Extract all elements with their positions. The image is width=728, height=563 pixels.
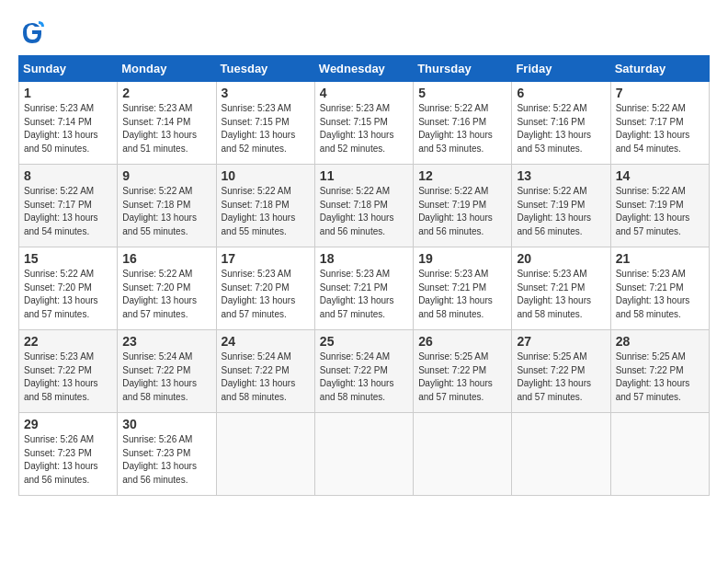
day-number: 18 <box>320 251 408 266</box>
calendar-header: SundayMondayTuesdayWednesdayThursdayFrid… <box>19 56 710 82</box>
calendar-cell: 16Sunrise: 5:22 AM Sunset: 7:20 PM Dayli… <box>118 247 216 330</box>
calendar-cell: 2Sunrise: 5:23 AM Sunset: 7:14 PM Daylig… <box>118 82 216 165</box>
day-number: 16 <box>122 251 210 266</box>
day-number: 25 <box>320 334 408 349</box>
day-info: Sunrise: 5:22 AM Sunset: 7:19 PM Dayligh… <box>418 185 506 238</box>
weekday-header: Saturday <box>610 56 709 82</box>
calendar-cell: 15Sunrise: 5:22 AM Sunset: 7:20 PM Dayli… <box>19 247 118 330</box>
calendar-cell: 1Sunrise: 5:23 AM Sunset: 7:14 PM Daylig… <box>19 82 118 165</box>
day-number: 6 <box>517 86 605 100</box>
calendar-cell: 13Sunrise: 5:22 AM Sunset: 7:19 PM Dayli… <box>512 165 610 247</box>
day-number: 1 <box>24 86 112 100</box>
calendar-cell: 11Sunrise: 5:22 AM Sunset: 7:18 PM Dayli… <box>314 165 413 247</box>
day-info: Sunrise: 5:22 AM Sunset: 7:20 PM Dayligh… <box>24 268 112 321</box>
day-number: 21 <box>616 251 704 266</box>
weekday-row: SundayMondayTuesdayWednesdayThursdayFrid… <box>19 56 710 82</box>
day-number: 27 <box>517 334 605 349</box>
day-info: Sunrise: 5:22 AM Sunset: 7:18 PM Dayligh… <box>122 185 210 238</box>
day-info: Sunrise: 5:25 AM Sunset: 7:22 PM Dayligh… <box>418 350 506 404</box>
day-info: Sunrise: 5:23 AM Sunset: 7:21 PM Dayligh… <box>418 268 506 321</box>
day-number: 29 <box>24 417 112 431</box>
day-info: Sunrise: 5:22 AM Sunset: 7:19 PM Dayligh… <box>616 185 704 238</box>
day-info: Sunrise: 5:24 AM Sunset: 7:22 PM Dayligh… <box>222 350 310 404</box>
day-number: 13 <box>517 168 605 183</box>
day-number: 30 <box>122 417 210 431</box>
day-number: 10 <box>222 168 310 183</box>
calendar-cell <box>216 413 314 496</box>
calendar-cell: 4Sunrise: 5:23 AM Sunset: 7:15 PM Daylig… <box>314 82 413 165</box>
calendar-cell: 3Sunrise: 5:23 AM Sunset: 7:15 PM Daylig… <box>216 82 314 165</box>
calendar-cell: 10Sunrise: 5:22 AM Sunset: 7:18 PM Dayli… <box>216 165 314 247</box>
day-info: Sunrise: 5:22 AM Sunset: 7:18 PM Dayligh… <box>222 185 310 238</box>
day-number: 20 <box>517 251 605 266</box>
day-info: Sunrise: 5:23 AM Sunset: 7:15 PM Dayligh… <box>320 102 408 155</box>
calendar-cell: 12Sunrise: 5:22 AM Sunset: 7:19 PM Dayli… <box>414 165 512 247</box>
calendar-cell: 24Sunrise: 5:24 AM Sunset: 7:22 PM Dayli… <box>216 330 314 413</box>
calendar-cell: 21Sunrise: 5:23 AM Sunset: 7:21 PM Dayli… <box>610 247 709 330</box>
day-info: Sunrise: 5:23 AM Sunset: 7:21 PM Dayligh… <box>517 268 605 321</box>
calendar-cell: 25Sunrise: 5:24 AM Sunset: 7:22 PM Dayli… <box>314 330 413 413</box>
calendar-cell <box>610 413 709 496</box>
calendar-cell: 17Sunrise: 5:23 AM Sunset: 7:20 PM Dayli… <box>216 247 314 330</box>
calendar-table: SundayMondayTuesdayWednesdayThursdayFrid… <box>18 55 710 496</box>
day-number: 2 <box>122 86 210 100</box>
day-number: 22 <box>24 334 112 349</box>
day-info: Sunrise: 5:23 AM Sunset: 7:14 PM Dayligh… <box>122 102 210 155</box>
page-header <box>18 18 710 46</box>
day-info: Sunrise: 5:26 AM Sunset: 7:23 PM Dayligh… <box>24 433 112 487</box>
calendar-row: 29Sunrise: 5:26 AM Sunset: 7:23 PM Dayli… <box>19 413 710 496</box>
calendar-row: 22Sunrise: 5:23 AM Sunset: 7:22 PM Dayli… <box>19 330 710 413</box>
day-info: Sunrise: 5:25 AM Sunset: 7:22 PM Dayligh… <box>517 350 605 404</box>
calendar-cell: 19Sunrise: 5:23 AM Sunset: 7:21 PM Dayli… <box>414 247 512 330</box>
day-number: 17 <box>222 251 310 266</box>
calendar-cell: 22Sunrise: 5:23 AM Sunset: 7:22 PM Dayli… <box>19 330 118 413</box>
day-info: Sunrise: 5:23 AM Sunset: 7:21 PM Dayligh… <box>616 268 704 321</box>
day-number: 4 <box>320 86 408 100</box>
day-info: Sunrise: 5:23 AM Sunset: 7:22 PM Dayligh… <box>24 350 112 404</box>
calendar-row: 8Sunrise: 5:22 AM Sunset: 7:17 PM Daylig… <box>19 165 710 247</box>
weekday-header: Monday <box>118 56 216 82</box>
day-info: Sunrise: 5:23 AM Sunset: 7:15 PM Dayligh… <box>222 102 310 155</box>
calendar-row: 1Sunrise: 5:23 AM Sunset: 7:14 PM Daylig… <box>19 82 710 165</box>
weekday-header: Friday <box>512 56 610 82</box>
day-number: 8 <box>24 168 112 183</box>
calendar-cell: 30Sunrise: 5:26 AM Sunset: 7:23 PM Dayli… <box>118 413 216 496</box>
day-info: Sunrise: 5:22 AM Sunset: 7:19 PM Dayligh… <box>517 185 605 238</box>
day-number: 28 <box>616 334 704 349</box>
calendar-cell <box>512 413 610 496</box>
calendar-body: 1Sunrise: 5:23 AM Sunset: 7:14 PM Daylig… <box>19 82 710 496</box>
day-number: 26 <box>418 334 506 349</box>
day-number: 15 <box>24 251 112 266</box>
calendar-cell: 7Sunrise: 5:22 AM Sunset: 7:17 PM Daylig… <box>610 82 709 165</box>
day-info: Sunrise: 5:22 AM Sunset: 7:16 PM Dayligh… <box>517 102 605 155</box>
weekday-header: Tuesday <box>216 56 314 82</box>
weekday-header: Sunday <box>19 56 118 82</box>
day-number: 23 <box>122 334 210 349</box>
day-number: 11 <box>320 168 408 183</box>
day-info: Sunrise: 5:23 AM Sunset: 7:21 PM Dayligh… <box>320 268 408 321</box>
day-info: Sunrise: 5:24 AM Sunset: 7:22 PM Dayligh… <box>320 350 408 404</box>
day-info: Sunrise: 5:23 AM Sunset: 7:20 PM Dayligh… <box>222 268 310 321</box>
calendar-cell <box>314 413 413 496</box>
day-info: Sunrise: 5:22 AM Sunset: 7:17 PM Dayligh… <box>24 185 112 238</box>
calendar-cell: 8Sunrise: 5:22 AM Sunset: 7:17 PM Daylig… <box>19 165 118 247</box>
day-info: Sunrise: 5:22 AM Sunset: 7:18 PM Dayligh… <box>320 185 408 238</box>
logo-icon <box>18 18 46 46</box>
calendar-cell <box>414 413 512 496</box>
calendar-row: 15Sunrise: 5:22 AM Sunset: 7:20 PM Dayli… <box>19 247 710 330</box>
logo <box>18 18 50 46</box>
day-info: Sunrise: 5:26 AM Sunset: 7:23 PM Dayligh… <box>122 433 210 487</box>
calendar-cell: 9Sunrise: 5:22 AM Sunset: 7:18 PM Daylig… <box>118 165 216 247</box>
day-number: 9 <box>122 168 210 183</box>
calendar-cell: 14Sunrise: 5:22 AM Sunset: 7:19 PM Dayli… <box>610 165 709 247</box>
calendar-cell: 6Sunrise: 5:22 AM Sunset: 7:16 PM Daylig… <box>512 82 610 165</box>
calendar-cell: 5Sunrise: 5:22 AM Sunset: 7:16 PM Daylig… <box>414 82 512 165</box>
day-info: Sunrise: 5:25 AM Sunset: 7:22 PM Dayligh… <box>616 350 704 404</box>
day-info: Sunrise: 5:22 AM Sunset: 7:17 PM Dayligh… <box>616 102 704 155</box>
weekday-header: Wednesday <box>314 56 413 82</box>
day-info: Sunrise: 5:22 AM Sunset: 7:20 PM Dayligh… <box>122 268 210 321</box>
calendar-cell: 23Sunrise: 5:24 AM Sunset: 7:22 PM Dayli… <box>118 330 216 413</box>
calendar-cell: 20Sunrise: 5:23 AM Sunset: 7:21 PM Dayli… <box>512 247 610 330</box>
calendar-cell: 18Sunrise: 5:23 AM Sunset: 7:21 PM Dayli… <box>314 247 413 330</box>
day-number: 5 <box>418 86 506 100</box>
